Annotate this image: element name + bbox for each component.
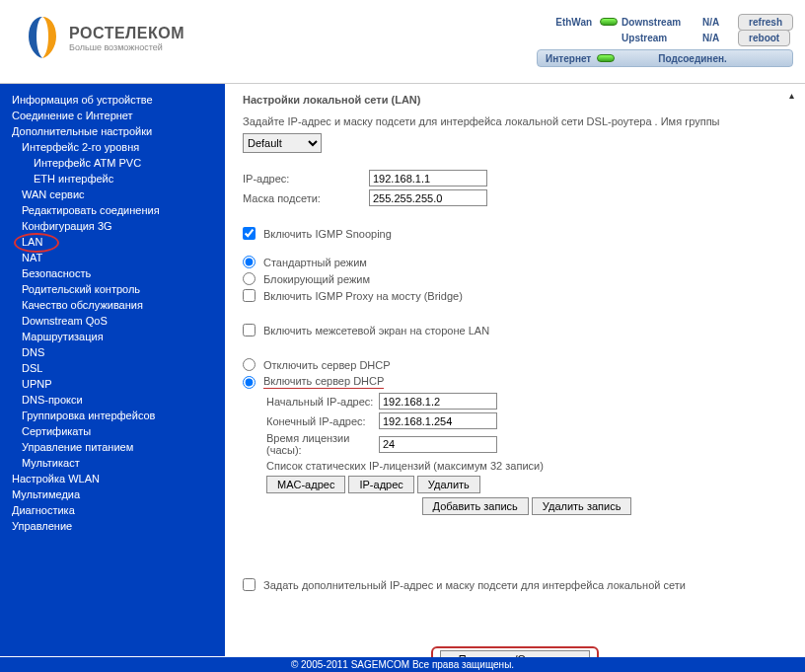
- dhcp-start-input[interactable]: [379, 393, 497, 410]
- nav-upnp[interactable]: UPNP: [0, 376, 225, 392]
- igmp-snooping-label: Включить IGMP Snooping: [263, 228, 392, 240]
- add-entry-button[interactable]: Добавить запись: [422, 497, 529, 515]
- lease-label: Время лицензии (часы):: [243, 432, 379, 456]
- nav-nat[interactable]: NAT: [0, 250, 225, 265]
- nav-certs[interactable]: Сертификаты: [0, 423, 225, 439]
- ip-input[interactable]: [369, 170, 487, 187]
- nav-atm-pvc[interactable]: Интерфейс ATM PVC: [0, 155, 225, 171]
- del-entry-button[interactable]: Удалить запись: [532, 497, 632, 515]
- nav-wlan[interactable]: Настройка WLAN: [0, 471, 225, 486]
- nav-lan[interactable]: LAN: [0, 234, 225, 250]
- nav-internet-conn[interactable]: Соединение с Интернет: [0, 108, 225, 123]
- brand-logo: РОСТЕЛЕКОМ Больше возможностей: [25, 15, 184, 62]
- nav-dns[interactable]: DNS: [0, 344, 225, 360]
- upstream-value: N/A: [702, 33, 732, 43]
- nav-l2-interface[interactable]: Интерфейс 2-го уровня: [0, 139, 225, 155]
- igmp-proxy-label: Включить IGMP Proxy на мосту (Bridge): [263, 290, 463, 302]
- scroll-up-icon[interactable]: ▴: [789, 90, 801, 102]
- brand-tagline: Больше возможностей: [69, 42, 184, 52]
- nav-multimedia[interactable]: Мультимедиа: [0, 486, 225, 502]
- nav-diag[interactable]: Диагностика: [0, 502, 225, 518]
- group-select[interactable]: Default: [243, 133, 322, 153]
- nav-mgmt[interactable]: Управление: [0, 518, 225, 534]
- reboot-button[interactable]: reboot: [738, 30, 790, 46]
- ethwan-label: EthWan: [537, 17, 596, 28]
- internet-status: Подсоединен.: [658, 53, 727, 64]
- std-mode-radio[interactable]: [243, 256, 256, 268]
- nav-eth-iface[interactable]: ETH интерфейс: [0, 171, 225, 187]
- nav-iface-group[interactable]: Группировка интерфейсов: [0, 408, 225, 423]
- nav-parental[interactable]: Родительский контроль: [0, 281, 225, 297]
- status-panel: EthWan Downstream N/A refresh Upstream N…: [537, 14, 793, 67]
- igmp-proxy-checkbox[interactable]: [243, 289, 256, 302]
- ip-col-button[interactable]: IP-адрес: [348, 476, 413, 493]
- dhcp-start-label: Начальный IP-адрес:: [243, 396, 379, 408]
- refresh-button[interactable]: refresh: [738, 14, 793, 31]
- internet-led-icon: [597, 54, 615, 62]
- internet-label: Интернет: [546, 53, 591, 64]
- downstream-value: N/A: [702, 17, 732, 28]
- block-mode-radio[interactable]: [243, 272, 256, 285]
- page-title: Настройки локальной сети (LAN): [243, 94, 787, 106]
- brand-name: РОСТЕЛЕКОМ: [69, 25, 184, 42]
- dhcp-on-label: Включить сервер DHCP: [263, 375, 384, 389]
- dhcp-off-label: Отключить сервер DHCP: [263, 359, 391, 371]
- nav-security[interactable]: Безопасность: [0, 265, 225, 281]
- del-col-button[interactable]: Удалить: [417, 476, 480, 493]
- upstream-label: Upstream: [622, 33, 702, 43]
- nav-edit-conn[interactable]: Редактировать соединения: [0, 202, 225, 218]
- mac-col-button[interactable]: MAC-адрес: [266, 476, 345, 493]
- second-ip-checkbox[interactable]: [243, 578, 256, 591]
- nav-cfg-3g[interactable]: Конфигурация 3G: [0, 218, 225, 234]
- std-mode-label: Стандартный режим: [263, 257, 367, 268]
- igmp-snooping-checkbox[interactable]: [243, 227, 256, 240]
- lan-firewall-checkbox[interactable]: [243, 324, 256, 336]
- mask-input[interactable]: [369, 189, 487, 206]
- sidebar-nav: Информация об устройстве Соединение с Ин…: [0, 84, 225, 656]
- nav-device-info[interactable]: Информация об устройстве: [0, 92, 225, 108]
- rostelecom-icon: [25, 15, 60, 62]
- second-ip-label: Задать дополнительный IP-адрес и маску п…: [263, 579, 686, 591]
- ethwan-led-icon: [600, 18, 618, 26]
- dhcp-end-label: Конечный IP-адрес:: [243, 415, 379, 427]
- downstream-label: Downstream: [622, 17, 702, 28]
- nav-multicast[interactable]: Мультикаст: [0, 455, 225, 471]
- nav-dns-proxy[interactable]: DNS-прокси: [0, 392, 225, 408]
- nav-advanced[interactable]: Дополнительные настройки: [0, 123, 225, 139]
- dhcp-end-input[interactable]: [379, 412, 497, 429]
- lan-firewall-label: Включить межсетевой экран на стороне LAN: [263, 325, 489, 336]
- static-list-label: Список статических IP-лицензий (максимум…: [266, 460, 787, 472]
- content-area: ▴ Настройки локальной сети (LAN) Задайте…: [225, 84, 805, 656]
- nav-wan-service[interactable]: WAN сервис: [0, 187, 225, 202]
- mask-label: Маска подсети:: [243, 192, 369, 204]
- dhcp-on-radio[interactable]: [243, 376, 256, 389]
- nav-dsl[interactable]: DSL: [0, 360, 225, 376]
- page-desc: Задайте IP-адрес и маску подсети для инт…: [243, 115, 787, 127]
- footer-copyright: © 2005-2011 SAGEMCOM Все права защищены.: [0, 657, 805, 672]
- nav-downstream-qos[interactable]: Downstream QoS: [0, 313, 225, 329]
- nav-power-mgmt[interactable]: Управление питанием: [0, 439, 225, 455]
- block-mode-label: Блокирующий режим: [263, 273, 370, 285]
- dhcp-off-radio[interactable]: [243, 358, 256, 371]
- lease-input[interactable]: [379, 436, 497, 453]
- ip-label: IP-адрес:: [243, 173, 369, 185]
- nav-routing[interactable]: Маршрутизация: [0, 329, 225, 344]
- nav-qos[interactable]: Качество обслуживания: [0, 297, 225, 313]
